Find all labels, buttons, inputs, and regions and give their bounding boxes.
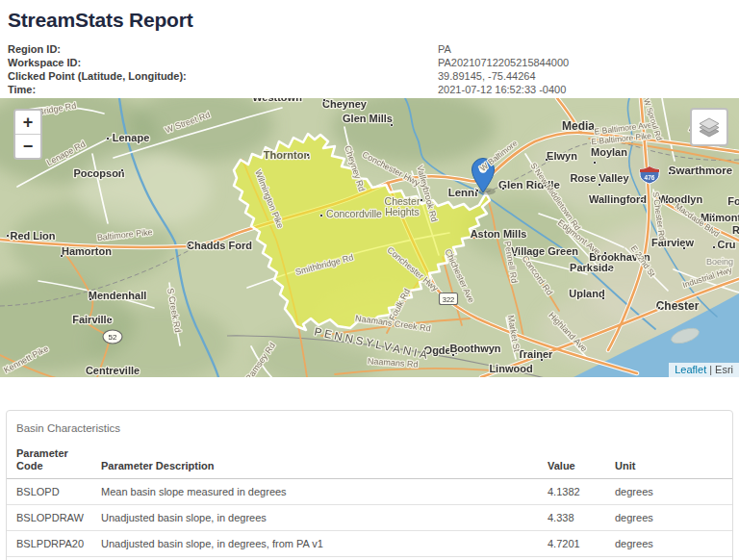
meta-row-clicked-point: Clicked Point (Latitude, Longitude): 39.… bbox=[8, 69, 739, 83]
map-town-dot bbox=[109, 318, 112, 320]
table-row: CARBON Percentage of area of carbonate r… bbox=[7, 557, 732, 560]
leaflet-link[interactable]: Leaflet bbox=[675, 364, 706, 375]
column-header-unit: Unit bbox=[607, 445, 732, 479]
meta-label: Workspace ID: bbox=[8, 56, 438, 69]
map-label: Cheyney bbox=[322, 98, 368, 110]
shield-322-label: 322 bbox=[443, 295, 455, 304]
cell-description: Mean basin slope measured in degrees bbox=[93, 479, 540, 505]
cell-description: Unadjusted basin slope, in degrees bbox=[93, 505, 540, 531]
map-town-dot bbox=[322, 98, 325, 101]
table-row: BSLOPDRAW Unadjusted basin slope, in deg… bbox=[7, 505, 732, 531]
cell-code: BSLOPDRAW bbox=[7, 505, 93, 531]
card-title: Basin Characteristics bbox=[7, 411, 732, 445]
layers-control[interactable] bbox=[690, 108, 728, 146]
map-label: Glen Mills bbox=[343, 113, 393, 124]
map-label: Heights bbox=[385, 206, 420, 217]
map-label: Boothwyn bbox=[449, 343, 500, 354]
map-town-dot bbox=[89, 297, 91, 300]
cell-code: CARBON bbox=[7, 557, 93, 560]
attribution-separator: | bbox=[709, 364, 712, 375]
map-label: Media bbox=[562, 119, 595, 133]
map-attribution: Leaflet|Esri bbox=[669, 363, 739, 377]
map-label: Red Lion bbox=[10, 230, 55, 242]
map-town-dot bbox=[120, 168, 123, 171]
map-town-dot bbox=[712, 245, 715, 248]
cell-value: 4.1382 bbox=[540, 479, 607, 505]
map-town-dot bbox=[665, 200, 668, 203]
map-canvas: 476 52 322 WesttownCheyneyGlen MillsLena… bbox=[0, 98, 739, 377]
map-town-dot bbox=[475, 189, 478, 191]
meta-label: Region ID: bbox=[8, 42, 438, 56]
map-town-dot bbox=[601, 296, 604, 299]
map-town-dot bbox=[106, 137, 109, 140]
meta-value: 2021-07-12 16:52:33 -0400 bbox=[438, 83, 566, 96]
column-header-parameter-description: Parameter Description bbox=[93, 445, 540, 479]
map-label: Lenape bbox=[113, 132, 150, 143]
basin-characteristics-table: Parameter Code Parameter Description Val… bbox=[7, 445, 732, 560]
cell-unit: degrees bbox=[607, 531, 732, 557]
page-title: StreamStats Report bbox=[8, 8, 739, 33]
map-label: Hamorton bbox=[62, 245, 112, 257]
map-label: Chester bbox=[656, 299, 700, 313]
map[interactable]: 476 52 322 WesttownCheyneyGlen MillsLena… bbox=[0, 98, 739, 377]
meta-row-region: Region ID: PA bbox=[8, 42, 739, 56]
meta-value: 39.89145, -75.44264 bbox=[438, 69, 536, 83]
basin-characteristics-card: Basin Characteristics Parameter Code Par… bbox=[6, 410, 733, 560]
map-town-dot bbox=[607, 267, 610, 270]
map-town-dot bbox=[668, 171, 671, 174]
map-town-dot bbox=[306, 153, 309, 156]
map-label: Trainer bbox=[518, 348, 553, 360]
map-label: Moylan bbox=[591, 146, 627, 158]
meta-value: PA bbox=[438, 42, 451, 56]
map-town-dot bbox=[60, 254, 63, 257]
map-label: Thornton bbox=[264, 149, 311, 161]
cell-value: 0 bbox=[540, 557, 607, 560]
map-town-dot bbox=[545, 158, 548, 161]
route-322-shield: 322 bbox=[440, 293, 458, 305]
map-label: Elwyn bbox=[547, 150, 577, 162]
map-label: R bbox=[732, 224, 739, 236]
map-label: Pocopson bbox=[73, 167, 124, 179]
meta-row-workspace: Workspace ID: PA20210712205215844000 bbox=[8, 56, 739, 69]
map-label: Concordville bbox=[326, 208, 382, 219]
map-label: Cru bbox=[718, 239, 736, 250]
table-row: BSLPDRPA20 Unadjusted basin slope, in de… bbox=[7, 531, 732, 557]
map-label: Lenni bbox=[448, 187, 478, 198]
map-label: Mendenhall bbox=[89, 290, 147, 301]
cell-unit: degrees bbox=[607, 505, 732, 531]
map-town-dot bbox=[319, 214, 322, 216]
zoom-out-button[interactable]: − bbox=[15, 134, 40, 158]
map-label: Centreville bbox=[86, 365, 140, 376]
map-label: Westtown bbox=[252, 98, 302, 103]
map-label: Parkside bbox=[570, 262, 614, 273]
streamstats-report-page: StreamStats Report Region ID: PA Workspa… bbox=[0, 8, 739, 560]
zoom-control: + − bbox=[13, 109, 42, 160]
map-town-dot bbox=[682, 246, 685, 249]
map-label: Aston Mills bbox=[471, 228, 527, 240]
map-label: Rose Valley bbox=[570, 172, 629, 184]
layers-icon bbox=[697, 115, 722, 140]
map-town-dot bbox=[420, 198, 422, 201]
map-town-dot bbox=[540, 358, 543, 361]
column-header-value: Value bbox=[540, 445, 607, 479]
meta-label: Time: bbox=[8, 83, 438, 96]
meta-value: PA20210712205215844000 bbox=[438, 56, 569, 69]
map-town-dot bbox=[390, 123, 393, 126]
map-town-dot bbox=[188, 243, 191, 246]
zoom-in-button[interactable]: + bbox=[15, 111, 40, 134]
report-metadata: Region ID: PA Workspace ID: PA2021071220… bbox=[8, 42, 739, 96]
map-town-dot bbox=[6, 234, 9, 237]
meta-row-time: Time: 2021-07-12 16:52:33 -0400 bbox=[8, 83, 739, 96]
shield-52-label: 52 bbox=[109, 333, 117, 342]
map-town-dot bbox=[711, 215, 714, 217]
map-label: Upland bbox=[569, 288, 604, 299]
cell-code: BSLPDRPA20 bbox=[7, 531, 93, 557]
esri-link[interactable]: Esri bbox=[715, 364, 733, 375]
map-label: Fairville bbox=[72, 314, 113, 325]
map-town-dot bbox=[593, 161, 596, 164]
map-town-dot bbox=[657, 306, 660, 309]
cell-unit: degrees bbox=[607, 479, 732, 505]
meta-label: Clicked Point (Latitude, Longitude): bbox=[8, 69, 438, 83]
map-town-dot bbox=[603, 251, 606, 254]
cell-value: 4.7201 bbox=[540, 531, 607, 557]
